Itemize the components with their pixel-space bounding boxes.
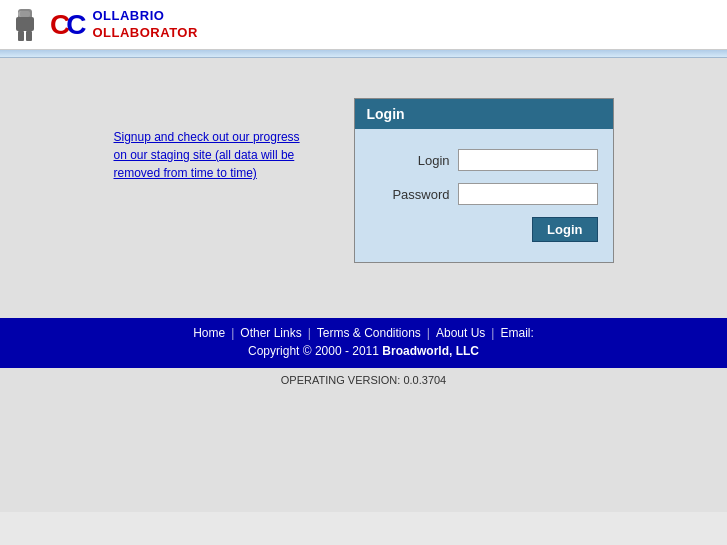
svg-rect-2 <box>18 31 24 41</box>
logo-c2: C <box>66 11 86 39</box>
footer-email-label: Email: <box>500 326 533 340</box>
logo-collaborator: OLLABORATOR <box>92 25 197 42</box>
footer-sep-4: | <box>491 326 494 340</box>
svg-rect-1 <box>16 17 34 31</box>
footer-copyright: Copyright © 2000 - 2011 Broadworld, LLC <box>10 344 717 358</box>
footer-sep-2: | <box>308 326 311 340</box>
logo-collabrio: OLLABRIO <box>92 8 197 25</box>
bottom-space <box>0 392 727 512</box>
subheader-divider <box>0 50 727 58</box>
login-button-row: Login <box>370 217 598 242</box>
footer-sep-3: | <box>427 326 430 340</box>
login-box-title: Login <box>355 99 613 129</box>
footer-copyright-text: Copyright © 2000 - 2011 <box>248 344 379 358</box>
login-submit-button[interactable]: Login <box>532 217 597 242</box>
svg-rect-3 <box>26 31 32 41</box>
signup-area: Signup and check out our progress on our… <box>114 98 314 182</box>
footer-version: OPERATING VERSION: 0.0.3704 <box>0 368 727 392</box>
login-username-label: Login <box>380 153 450 168</box>
logo-area[interactable]: C C OLLABRIO OLLABORATOR <box>10 7 198 43</box>
login-box-body: Login Password Login <box>355 129 613 262</box>
footer-version-text: OPERATING VERSION: 0.0.3704 <box>281 374 446 386</box>
main-content: Signup and check out our progress on our… <box>0 58 727 318</box>
footer-sep-1: | <box>231 326 234 340</box>
footer-links: Home | Other Links | Terms & Conditions … <box>10 326 717 340</box>
login-password-label: Password <box>380 187 450 202</box>
login-password-row: Password <box>370 183 598 205</box>
signup-link[interactable]: Signup and check out our progress on our… <box>114 130 300 180</box>
svg-rect-5 <box>20 11 30 17</box>
footer-home-link[interactable]: Home <box>193 326 225 340</box>
footer-terms-link[interactable]: Terms & Conditions <box>317 326 421 340</box>
logo-text: OLLABRIO OLLABORATOR <box>92 8 197 42</box>
login-username-row: Login <box>370 149 598 171</box>
login-username-input[interactable] <box>458 149 598 171</box>
login-box: Login Login Password Login <box>354 98 614 263</box>
login-password-input[interactable] <box>458 183 598 205</box>
logo-initials: C C <box>50 11 86 39</box>
footer-company: Broadworld, LLC <box>382 344 479 358</box>
footer-about-link[interactable]: About Us <box>436 326 485 340</box>
footer: Home | Other Links | Terms & Conditions … <box>0 318 727 368</box>
knight-icon <box>10 7 40 43</box>
page-header: C C OLLABRIO OLLABORATOR <box>0 0 727 50</box>
footer-other-links-link[interactable]: Other Links <box>240 326 301 340</box>
